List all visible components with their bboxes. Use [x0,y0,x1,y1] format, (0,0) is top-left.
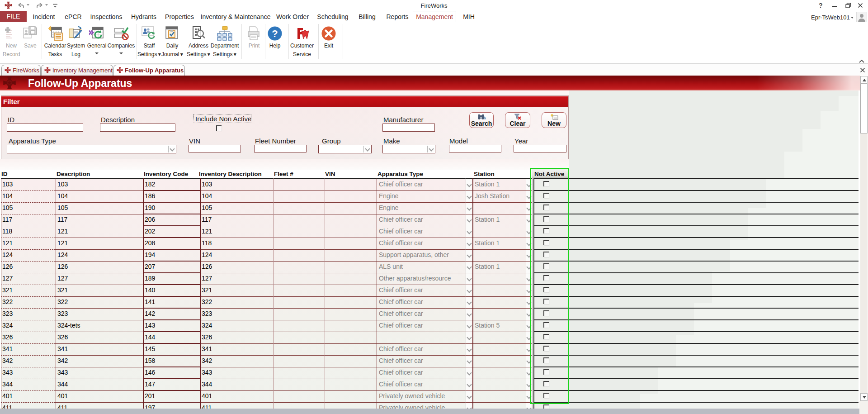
svg-text:?: ? [272,28,278,39]
